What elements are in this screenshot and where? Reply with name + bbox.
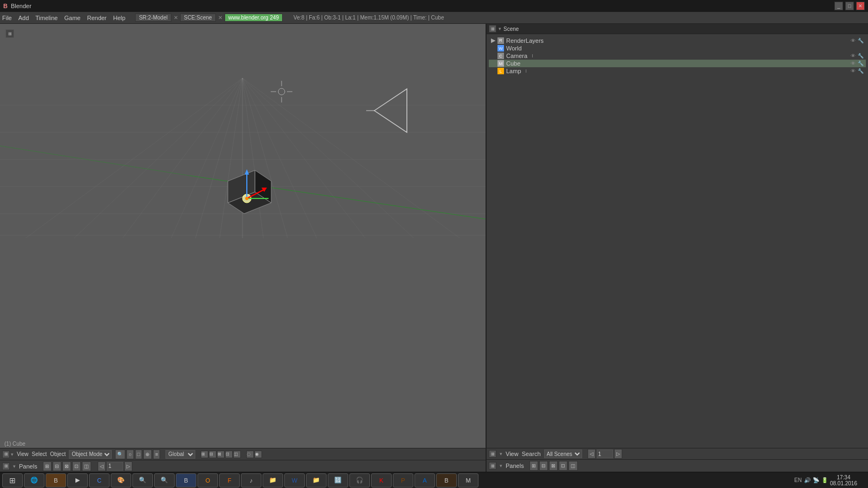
right-toolbar-icon[interactable]: ⊞ — [489, 450, 496, 458]
right-frame-input[interactable] — [597, 450, 613, 458]
mode-select[interactable]: Object Mode Edit Mode Sculpt Mode — [69, 450, 112, 459]
taskbar-blender[interactable]: B — [46, 473, 66, 487]
nav-btn[interactable]: ⊞ — [5, 29, 14, 38]
object-menu[interactable]: Object — [50, 451, 66, 457]
viewport-btn-1[interactable]: 🔍 — [115, 450, 125, 459]
view-menu[interactable]: View — [17, 451, 29, 457]
outliner-item-renderlayers[interactable]: ▶ R RenderLayers 👁 🔧 — [489, 36, 866, 44]
taskbar-chrome[interactable]: C — [89, 473, 110, 487]
overlay-btn-2[interactable]: ⊟ — [209, 451, 216, 458]
panels-arrow-left[interactable]: ▾ — [13, 464, 16, 469]
panels-label-left[interactable]: Panels — [19, 463, 37, 470]
panels-arrow-right[interactable]: ▾ — [500, 463, 502, 468]
rpanel-btn-4[interactable]: ⊡ — [559, 461, 567, 471]
menu-add[interactable]: Add — [18, 15, 29, 21]
overlay-btn-3[interactable]: ⊠ — [217, 451, 225, 458]
viewport-area: (1) Cube ⊞ ⊞ ▾ View Select Object Object… — [0, 24, 486, 472]
minimize-button[interactable]: _ — [834, 2, 843, 10]
frame-fwd-btn[interactable]: ▷ — [124, 461, 132, 471]
viewport-arrow[interactable]: ▾ — [11, 452, 14, 457]
overlay-btn-5[interactable]: ◫ — [233, 451, 241, 458]
lamp-vis[interactable]: 👁 — [851, 68, 856, 74]
panels-label-right[interactable]: Panels — [506, 463, 524, 469]
taskbar-b2[interactable]: B — [176, 473, 196, 487]
outliner-arrow[interactable]: ▾ — [499, 26, 501, 31]
viewport-btn-5[interactable]: ≡ — [153, 450, 160, 459]
taskbar-magnifier[interactable]: 🔍 — [132, 473, 153, 487]
taskbar-browser[interactable]: 🌐 — [24, 473, 44, 487]
renderlayers-render[interactable]: 🔧 — [858, 38, 864, 43]
panels-icon-left[interactable]: ⊞ — [2, 463, 10, 470]
panel-btn-1[interactable]: ⊞ — [43, 461, 52, 471]
panel-btn-3[interactable]: ⊠ — [62, 461, 71, 471]
frame-input[interactable] — [107, 462, 123, 471]
scenes-select[interactable]: All Scenes — [544, 450, 582, 458]
taskbar-files[interactable]: 📁 — [306, 473, 327, 487]
taskbar-paint[interactable]: 🎨 — [111, 473, 131, 487]
select-menu[interactable]: Select — [32, 451, 47, 457]
right-frame-fwd[interactable]: ▷ — [614, 449, 622, 459]
outliner-item-camera[interactable]: C Camera I 👁 🔧 — [489, 52, 866, 60]
overlay-btn-1[interactable]: ⊞ — [201, 451, 208, 458]
taskbar-word[interactable]: W — [284, 473, 305, 487]
lamp-render[interactable]: 🔧 — [858, 68, 864, 74]
menu-game[interactable]: Game — [64, 15, 80, 21]
camera-vis[interactable]: 👁 — [851, 53, 856, 59]
panel-btn-4[interactable]: ⊡ — [72, 461, 81, 471]
camera-render[interactable]: 🔧 — [858, 53, 864, 59]
menu-render[interactable]: Render — [87, 15, 106, 21]
taskbar-folder[interactable]: 📁 — [263, 473, 283, 487]
viewport-nav: ⊞ — [5, 29, 14, 38]
outliner-item-world[interactable]: W World — [489, 44, 866, 52]
taskbar-app1[interactable]: K — [371, 473, 392, 487]
maximize-button[interactable]: □ — [845, 2, 854, 10]
right-frame-back[interactable]: ◁ — [588, 449, 596, 459]
workspace2-close[interactable]: ✕ — [218, 15, 222, 21]
cube-vis[interactable]: 👁 — [851, 61, 856, 66]
viewport-btn-4[interactable]: ⊕ — [143, 450, 152, 459]
cube-render[interactable]: 🔧 — [858, 61, 864, 66]
overlay-btn-4[interactable]: ⊡ — [225, 451, 233, 458]
outliner-item-cube[interactable]: M Cube 👁 🔧 — [489, 60, 866, 67]
menu-help[interactable]: Help — [113, 15, 126, 21]
taskbar-headphones[interactable]: 🎧 — [349, 473, 370, 487]
panel-btn-5[interactable]: ◫ — [82, 461, 91, 471]
menu-file[interactable]: File — [2, 15, 12, 21]
close-button[interactable]: ✕ — [856, 2, 865, 10]
render-btn-2[interactable]: ◉ — [254, 451, 262, 458]
taskbar-app2[interactable]: P — [393, 473, 413, 487]
transform-select[interactable]: Global Local Normal — [165, 450, 195, 459]
viewport-3d[interactable]: (1) Cube ⊞ — [0, 24, 486, 448]
rpanel-btn-5[interactable]: ◫ — [569, 461, 578, 471]
taskbar-orange[interactable]: O — [197, 473, 218, 487]
right-toolbar-arrow[interactable]: ▾ — [500, 451, 502, 457]
menu-timeline[interactable]: Timeline — [35, 15, 58, 21]
rpanel-btn-1[interactable]: ⊞ — [529, 461, 538, 471]
start-button[interactable]: ⊞ — [2, 473, 23, 487]
frame-back-btn[interactable]: ◁ — [98, 461, 106, 471]
workspace1-close[interactable]: ✕ — [174, 15, 178, 21]
taskbar-blender2[interactable]: B — [436, 473, 457, 487]
renderlayers-vis[interactable]: 👁 — [851, 38, 856, 43]
right-view-label[interactable]: View — [506, 451, 519, 457]
render-btn-1[interactable]: ◌ — [246, 451, 254, 458]
workspace2-tab[interactable]: SCE:Scene — [180, 14, 216, 22]
panel-btn-2[interactable]: ⊟ — [53, 461, 61, 471]
rpanel-btn-2[interactable]: ⊟ — [539, 461, 548, 471]
outliner-item-lamp[interactable]: L Lamp I 👁 🔧 — [489, 67, 866, 75]
taskbar-app4[interactable]: M — [458, 473, 478, 487]
taskbar-calc[interactable]: 🔢 — [328, 473, 348, 487]
panels-icon-right[interactable]: ⊞ — [489, 462, 496, 470]
workspace1-tab[interactable]: SR:2-Model — [135, 14, 171, 22]
right-search-label[interactable]: Search — [522, 451, 541, 457]
taskbar-video[interactable]: ▶ — [67, 473, 88, 487]
taskbar-music[interactable]: ♪ — [241, 473, 261, 487]
outliner-icon[interactable]: ⊞ — [489, 25, 496, 33]
viewport-btn-2[interactable]: ○ — [126, 450, 133, 459]
taskbar-app3[interactable]: A — [414, 473, 435, 487]
taskbar-search[interactable]: 🔍 — [154, 473, 175, 487]
viewport-btn-3[interactable]: □ — [135, 450, 142, 459]
viewport-menu-icon[interactable]: ⊞ — [2, 451, 10, 458]
taskbar-firefox[interactable]: F — [219, 473, 240, 487]
rpanel-btn-3[interactable]: ⊠ — [549, 461, 558, 471]
